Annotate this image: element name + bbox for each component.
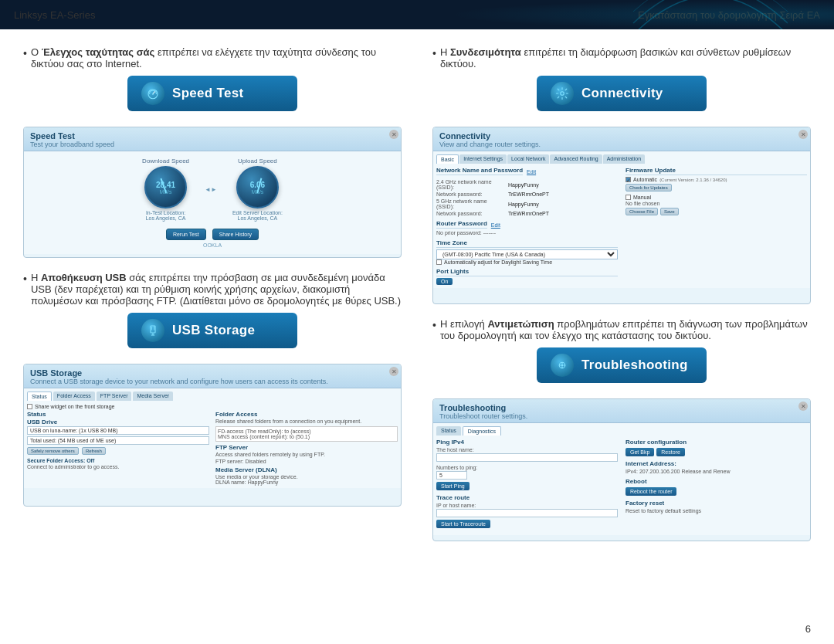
usb-share-checkbox-row: Share widget on the front storage — [27, 404, 398, 409]
speed-test-button[interactable]: Speed Test — [127, 76, 297, 111]
download-sub: In-Test Location:Los Angeles, CA — [146, 210, 186, 221]
router-config-title: Router configuration — [626, 439, 807, 446]
manual-checkbox[interactable] — [626, 195, 631, 200]
connectivity-icon — [551, 82, 574, 105]
share-history-btn[interactable]: Share History — [212, 229, 259, 240]
download-value: 28.41 — [156, 181, 175, 189]
usb-screenshot-body: Status Folder Access FTP Server Media Se… — [24, 388, 401, 488]
port-lights-toggle[interactable]: On — [436, 278, 453, 285]
ping-count-input[interactable] — [436, 471, 467, 480]
trace-section: Trace route IP or host name: Start to Tr… — [436, 494, 618, 528]
no-pass-label: No prior password: ------- — [436, 230, 618, 236]
usb-storage-label: USB Storage — [172, 323, 255, 338]
router-pass-title: Router Password — [436, 220, 487, 229]
trouble-screenshot-body: Status Diagnostics Ping IPv4 The host na… — [433, 423, 810, 535]
rerun-test-btn[interactable]: Rerun Test — [166, 229, 206, 240]
usb-tab-folder[interactable]: Folder Access — [53, 391, 95, 401]
network-edit-link[interactable]: Edit — [527, 169, 536, 175]
usb-field2: Total used: (54 MB used of ME use) — [27, 436, 209, 445]
dst-checkbox[interactable] — [436, 259, 442, 265]
speed-prefix: Ο — [31, 46, 42, 58]
time-zone-select[interactable]: (GMT-08:00) Pacific Time (USA & Canada) — [436, 249, 618, 259]
share-checkbox[interactable] — [27, 404, 32, 409]
ssid-5-label: 5 GHz network name (SSID): — [436, 198, 506, 209]
troubleshooting-button[interactable]: Troubleshooting — [537, 347, 707, 383]
safely-remove-btn[interactable]: Safely remove others — [27, 447, 79, 455]
speed-test-body: Download Speed 28.41 MB/s In-Test Locati… — [24, 151, 401, 254]
speed-bold-text: Έλεγχος ταχύτητας σάς — [42, 46, 155, 58]
conn-close-button[interactable]: ✕ — [798, 130, 808, 139]
bullet-dot-usb: • — [23, 273, 27, 284]
header-arc-decoration — [595, 0, 788, 29]
connectivity-button[interactable]: Connectivity — [537, 76, 707, 111]
usb-left-col: Status USB Drive USB on luna-name: (1x U… — [27, 411, 209, 485]
choose-file-btn[interactable]: Choose File — [626, 208, 658, 215]
conn-screenshot-body: Basic Internet Settings Local Network Ad… — [433, 151, 810, 288]
usb-close-button[interactable]: ✕ — [389, 367, 398, 376]
usb-tabs: Status Folder Access FTP Server Media Se… — [27, 391, 398, 401]
conn-tab-local[interactable]: Local Network — [507, 154, 549, 164]
header-right-title: Εγκατάσταση του δρομολογητή Σειρά EA — [638, 9, 820, 21]
trouble-close-button[interactable]: ✕ — [798, 402, 808, 411]
svg-point-8 — [151, 327, 153, 329]
trouble-prefix: Η επιλογή — [440, 318, 488, 330]
main-content: • Ο Έλεγχος ταχύτητας σάς επιτρέπει να ε… — [0, 29, 834, 567]
media-desc: Use media or your storage device. — [215, 474, 398, 480]
conn-right: Firmware Update ✓ Automatic (Current Ver… — [626, 167, 807, 285]
pass-5-row: Network password: TrEWRmrOnePT — [436, 211, 618, 216]
reboot-section: Reboot Reboot the router — [626, 478, 807, 496]
auto-update-row: ✓ Automatic (Current Version: 2.1.36 / 3… — [626, 177, 807, 182]
usb-tab-media[interactable]: Media Server — [133, 391, 173, 401]
bullet-dot-trouble: • — [432, 320, 436, 330]
trouble-subtitle: Troubleshoot router settings. — [439, 412, 804, 420]
usb-description: Η Αποθήκευση USB σάς επιτρέπει την πρόσβ… — [31, 272, 402, 307]
factory-section: Factory reset Reset to factory default s… — [626, 500, 807, 514]
wrench-icon — [555, 358, 569, 372]
restore-btn[interactable]: Restore — [656, 448, 685, 456]
reboot-btn[interactable]: Reboot the router — [626, 487, 676, 496]
usb-screenshot-header: USB Storage Connect a USB storage device… — [24, 364, 401, 388]
trouble-tab-status[interactable]: Status — [436, 426, 461, 436]
pass-24-label: Network password: — [436, 192, 506, 197]
save-btn[interactable]: Save — [660, 208, 679, 215]
trouble-bullet: • Η επιλογή Αντιμετώπιση προβλημάτων επι… — [432, 318, 811, 341]
dlna-field: DLNA name: HappyFunny — [215, 480, 398, 485]
trouble-right: Router configuration Get Bkp Restore Int… — [626, 439, 807, 532]
ping-host-input[interactable] — [436, 453, 618, 462]
speed-test-description: Ο Έλεγχος ταχύτητας σάς επιτρέπει να ελέ… — [31, 46, 402, 69]
conn-bold-text: Συνδεσιμότητα — [450, 46, 521, 58]
conn-tab-internet[interactable]: Internet Settings — [459, 154, 507, 164]
close-button[interactable]: ✕ — [389, 130, 398, 139]
page-header: Linksys EA-Series Εγκατάσταση του δρομολ… — [0, 0, 834, 29]
internet-value: IPv4: 207.200.106.200 Release and Renew — [626, 469, 807, 474]
conn-title: Connectivity — [439, 131, 804, 141]
conn-tab-admin[interactable]: Administration — [603, 154, 645, 164]
check-updates-btn[interactable]: Check for Updates — [626, 184, 672, 192]
refresh-btn[interactable]: Refresh — [82, 447, 106, 455]
ookla-brand: OOKLA — [203, 242, 222, 248]
conn-tab-advanced[interactable]: Advanced Routing — [550, 154, 602, 164]
pass-5-value: TrEWRmrOnePT — [508, 211, 618, 216]
speedometer-icon — [146, 86, 160, 100]
usb-drive-label: USB Drive — [27, 419, 209, 425]
folder-access-title: Folder Access — [215, 411, 398, 418]
speed-test-screenshot-header: Speed Test Test your broadband speed — [24, 127, 401, 151]
speed-test-section: • Ο Έλεγχος ταχύτητας σάς επιτρέπει να ε… — [23, 46, 402, 258]
ftp-server-title: FTP Server — [215, 444, 398, 451]
start-trace-btn[interactable]: Start to Traceroute — [436, 520, 490, 528]
gear-icon — [555, 86, 569, 100]
start-ping-btn[interactable]: Start Ping — [436, 482, 470, 490]
trouble-tab-diag[interactable]: Diagnostics — [463, 426, 501, 436]
trouble-screenshot-header: Troubleshooting Troubleshoot router sett… — [433, 399, 810, 423]
usb-tab-status[interactable]: Status — [27, 391, 52, 401]
usb-tab-ftp[interactable]: FTP Server — [97, 391, 132, 401]
trace-input[interactable] — [436, 509, 618, 517]
conn-tab-basic[interactable]: Basic — [436, 154, 459, 164]
reboot-title: Reboot — [626, 478, 807, 485]
dst-row: Automatically adjust for Daylight Saving… — [436, 259, 618, 265]
get-backup-btn[interactable]: Get Bkp — [626, 448, 654, 456]
auto-checkbox[interactable]: ✓ — [626, 177, 631, 182]
upload-gauge: Upload Speed 6.06 MB/s Edit Server Locat… — [232, 158, 283, 221]
router-pass-edit[interactable]: Edit — [491, 222, 500, 228]
usb-storage-button[interactable]: USB Storage — [127, 313, 297, 348]
